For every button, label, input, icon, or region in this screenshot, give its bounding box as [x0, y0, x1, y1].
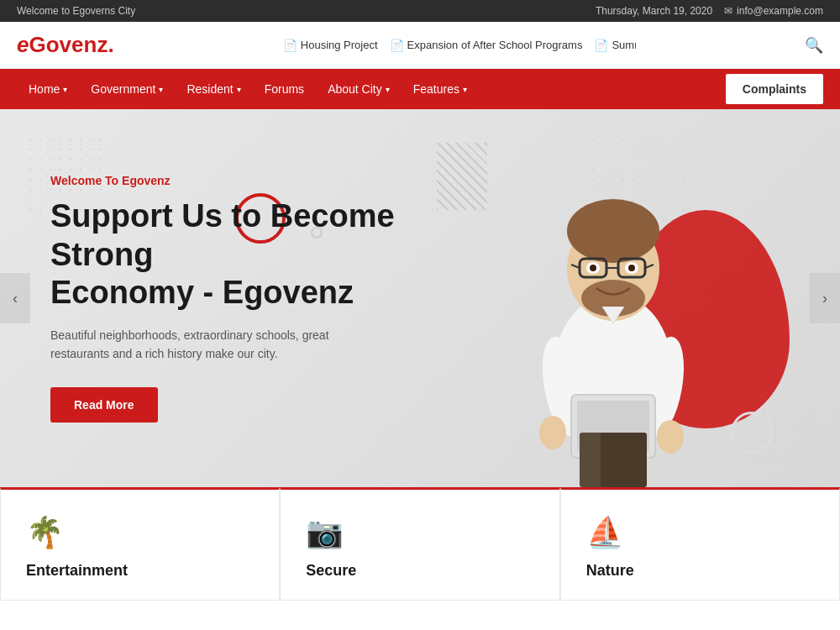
- read-more-button[interactable]: Read More: [50, 387, 158, 423]
- entertainment-icon: 🌴: [26, 515, 64, 550]
- nav-link-about-city[interactable]: About City ▾: [316, 69, 402, 109]
- chevron-down-icon: ▾: [237, 85, 241, 94]
- svg-point-3: [539, 416, 566, 449]
- chevron-down-icon: ▾: [463, 85, 467, 94]
- svg-point-4: [657, 420, 684, 454]
- news-ticker: 📄 Housing Project 📄 Expansion of After S…: [283, 39, 636, 52]
- ticker-text-1: Housing Project: [301, 39, 378, 51]
- logo-e: e: [17, 32, 29, 57]
- nav-link-home[interactable]: Home ▾: [17, 69, 79, 109]
- doc-icon-3: 📄: [594, 39, 608, 52]
- top-bar: Welcome to Egoverns City Thursday, March…: [0, 0, 840, 22]
- nav-link-forums[interactable]: Forums: [253, 69, 316, 109]
- logo-name: Govenz: [29, 32, 108, 57]
- slider-next-button[interactable]: ›: [810, 273, 840, 323]
- email-section: ✉ info@example.com: [724, 5, 823, 17]
- card-secure: 📷 Secure: [280, 487, 559, 601]
- hero-title-line2: Economy - Egovenz: [50, 275, 354, 310]
- chevron-down-icon: ▾: [386, 85, 390, 94]
- email-icon: ✉: [724, 5, 732, 17]
- hero-content: Welcome To Egovenz Support Us to Become …: [0, 123, 487, 473]
- search-button[interactable]: 🔍: [805, 36, 823, 55]
- welcome-text: Welcome to Egoverns City: [17, 5, 135, 17]
- nature-icon: ⛵: [586, 515, 624, 550]
- header: eGovenz. 📄 Housing Project 📄 Expansion o…: [0, 22, 840, 69]
- doc-icon-1: 📄: [283, 39, 297, 52]
- logo[interactable]: eGovenz.: [17, 32, 114, 58]
- hero-title-line1: Support Us to Become Strong: [50, 198, 395, 272]
- nav-item-forums[interactable]: Forums: [253, 69, 316, 109]
- nav-link-resident[interactable]: Resident ▾: [175, 69, 252, 109]
- hero-subtitle: Welcome To Egovenz: [50, 174, 437, 187]
- ticker-text-2: Expansion of After School Programs: [407, 39, 583, 51]
- complaints-button[interactable]: Complaints: [726, 74, 823, 104]
- man-svg: [487, 134, 739, 487]
- card-title-nature: Nature: [586, 562, 634, 580]
- svg-point-19: [628, 265, 635, 271]
- nav-item-features[interactable]: Features ▾: [402, 69, 479, 109]
- chevron-down-icon: ▾: [63, 85, 67, 94]
- nav-item-resident[interactable]: Resident ▾: [175, 69, 252, 109]
- card-nature: ⛵ Nature: [560, 487, 840, 601]
- nav-item-about-city[interactable]: About City ▾: [316, 69, 402, 109]
- hero-title: Support Us to Become Strong Economy - Eg…: [50, 197, 437, 312]
- nav-link-government[interactable]: Government ▾: [79, 69, 175, 109]
- card-title-secure: Secure: [306, 562, 356, 580]
- hero-section: ‹ Welcome To Egovenz Support Us to Becom…: [0, 109, 840, 487]
- card-entertainment: 🌴 Entertainment: [0, 487, 280, 601]
- top-bar-right: Thursday, March 19, 2020 ✉ info@example.…: [596, 5, 823, 17]
- doc-icon-2: 📄: [390, 39, 404, 52]
- ticker-item-3[interactable]: 📄 Summer Festival Ti...: [594, 39, 635, 52]
- cards-section: 🌴 Entertainment 📷 Secure ⛵ Nature: [0, 487, 840, 601]
- ticker-item-1[interactable]: 📄 Housing Project: [283, 39, 378, 52]
- ticker-item-2[interactable]: 📄 Expansion of After School Programs: [390, 39, 583, 52]
- hero-description: Beautiful neighborhoods, extraordinary s…: [50, 326, 386, 364]
- hero-man-figure: [487, 134, 739, 487]
- slider-prev-button[interactable]: ‹: [0, 273, 30, 323]
- nav-items: Home ▾ Government ▾ Resident ▾ Forums Ab…: [17, 69, 479, 109]
- nav-link-features[interactable]: Features ▾: [402, 69, 479, 109]
- nav-item-home[interactable]: Home ▾: [17, 69, 79, 109]
- svg-rect-21: [601, 433, 647, 487]
- chevron-down-icon: ▾: [159, 85, 163, 94]
- main-nav: Home ▾ Government ▾ Resident ▾ Forums Ab…: [0, 69, 840, 109]
- secure-icon: 📷: [306, 515, 344, 550]
- card-title-entertainment: Entertainment: [26, 562, 128, 580]
- ticker-text-3: Summer Festival Ti...: [612, 39, 635, 51]
- email-text: info@example.com: [737, 5, 823, 17]
- svg-point-9: [567, 199, 659, 263]
- logo-dot: .: [108, 32, 113, 57]
- nav-item-government[interactable]: Government ▾: [79, 69, 175, 109]
- svg-point-18: [590, 265, 596, 271]
- date-text: Thursday, March 19, 2020: [596, 5, 712, 17]
